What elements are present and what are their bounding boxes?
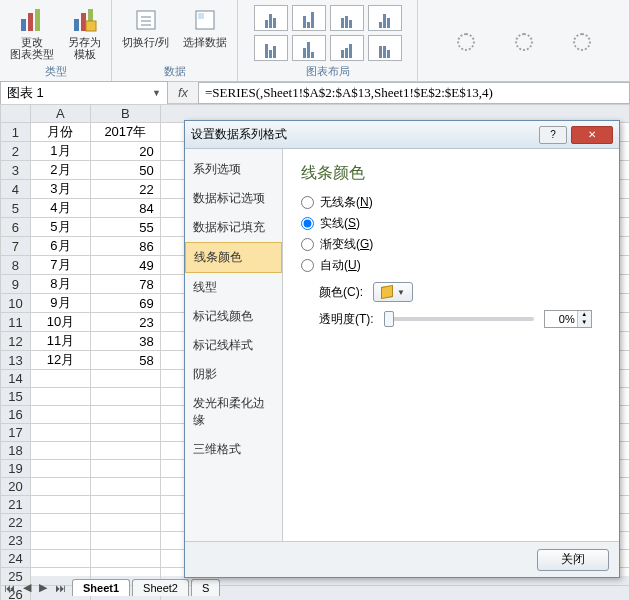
dialog-titlebar[interactable]: 设置数据系列格式 ? ✕: [185, 121, 619, 149]
row-header[interactable]: 18: [1, 442, 31, 460]
row-header[interactable]: 23: [1, 532, 31, 550]
col-header-B[interactable]: B: [90, 105, 160, 123]
dialog-nav-item[interactable]: 线型: [185, 273, 282, 302]
row-header[interactable]: 9: [1, 275, 31, 294]
row-header[interactable]: 24: [1, 550, 31, 568]
layout-thumb[interactable]: [368, 35, 402, 61]
dialog-close-button[interactable]: 关闭: [537, 549, 609, 571]
cell[interactable]: 38: [90, 332, 160, 351]
dialog-nav-item[interactable]: 系列选项: [185, 155, 282, 184]
row-header[interactable]: 17: [1, 424, 31, 442]
row-header[interactable]: 19: [1, 460, 31, 478]
tab-nav-prev[interactable]: ◀: [19, 579, 35, 596]
cell[interactable]: [30, 442, 90, 460]
switch-row-col-button[interactable]: 切换行/列: [118, 4, 173, 50]
dialog-nav-item[interactable]: 数据标记填充: [185, 213, 282, 242]
cell[interactable]: 69: [90, 294, 160, 313]
cell[interactable]: [90, 514, 160, 532]
row-header[interactable]: 14: [1, 370, 31, 388]
radio-no-line[interactable]: 无线条(N): [301, 194, 601, 211]
cell[interactable]: [90, 442, 160, 460]
cell[interactable]: [30, 460, 90, 478]
cell[interactable]: 11月: [30, 332, 90, 351]
formula-input[interactable]: =SERIES(,Sheet1!$A$2:$A$13,Sheet1!$E$2:$…: [198, 82, 630, 104]
tab-nav-first[interactable]: ⏮: [0, 580, 19, 596]
cell[interactable]: 2017年: [90, 123, 160, 142]
change-chart-type-button[interactable]: 更改 图表类型: [6, 4, 58, 62]
dialog-nav-item[interactable]: 阴影: [185, 360, 282, 389]
cell[interactable]: 84: [90, 199, 160, 218]
cell[interactable]: 12月: [30, 351, 90, 370]
dialog-nav-item[interactable]: 发光和柔化边缘: [185, 389, 282, 435]
sheet-tab[interactable]: S: [191, 579, 220, 596]
tab-nav-last[interactable]: ⏭: [51, 580, 70, 596]
transparency-slider[interactable]: [384, 317, 534, 321]
row-header[interactable]: 16: [1, 406, 31, 424]
cell[interactable]: [30, 424, 90, 442]
spin-down[interactable]: ▼: [577, 319, 591, 327]
radio-gradient-line[interactable]: 渐变线(G): [301, 236, 601, 253]
row-header[interactable]: 5: [1, 199, 31, 218]
select-all[interactable]: [1, 105, 31, 123]
cell[interactable]: 78: [90, 275, 160, 294]
dialog-nav-item[interactable]: 三维格式: [185, 435, 282, 464]
row-header[interactable]: 8: [1, 256, 31, 275]
layout-thumb[interactable]: [292, 5, 326, 31]
row-header[interactable]: 7: [1, 237, 31, 256]
cell[interactable]: [30, 406, 90, 424]
cell[interactable]: [90, 532, 160, 550]
cell[interactable]: [90, 550, 160, 568]
row-header[interactable]: 3: [1, 161, 31, 180]
cell[interactable]: [30, 496, 90, 514]
row-header[interactable]: 1: [1, 123, 31, 142]
cell[interactable]: [30, 550, 90, 568]
cell[interactable]: 20: [90, 142, 160, 161]
cell[interactable]: [90, 424, 160, 442]
cell[interactable]: 86: [90, 237, 160, 256]
row-header[interactable]: 22: [1, 514, 31, 532]
row-header[interactable]: 11: [1, 313, 31, 332]
layout-thumb[interactable]: [254, 5, 288, 31]
radio-auto-line[interactable]: 自动(U): [301, 257, 601, 274]
close-button[interactable]: ✕: [571, 126, 613, 144]
row-header[interactable]: 15: [1, 388, 31, 406]
dialog-nav-item[interactable]: 标记线样式: [185, 331, 282, 360]
cell[interactable]: 50: [90, 161, 160, 180]
transparency-input[interactable]: [545, 311, 577, 327]
dialog-nav-item[interactable]: 线条颜色: [185, 242, 282, 273]
cell[interactable]: 1月: [30, 142, 90, 161]
layout-thumb[interactable]: [368, 5, 402, 31]
row-header[interactable]: 10: [1, 294, 31, 313]
cell[interactable]: 22: [90, 180, 160, 199]
cell[interactable]: 55: [90, 218, 160, 237]
save-as-template-button[interactable]: 另存为 模板: [64, 4, 105, 62]
chevron-down-icon[interactable]: ▼: [152, 88, 161, 98]
row-header[interactable]: 2: [1, 142, 31, 161]
cell[interactable]: 2月: [30, 161, 90, 180]
row-header[interactable]: 21: [1, 496, 31, 514]
cell[interactable]: 6月: [30, 237, 90, 256]
spin-up[interactable]: ▲: [577, 311, 591, 319]
cell[interactable]: [90, 370, 160, 388]
cell[interactable]: 5月: [30, 218, 90, 237]
cell[interactable]: [30, 478, 90, 496]
cell[interactable]: 10月: [30, 313, 90, 332]
cell[interactable]: [90, 388, 160, 406]
chart-layout-gallery[interactable]: [253, 4, 403, 62]
cell[interactable]: 49: [90, 256, 160, 275]
slider-thumb[interactable]: [384, 311, 394, 327]
cell[interactable]: [30, 370, 90, 388]
row-header[interactable]: 4: [1, 180, 31, 199]
cell[interactable]: [30, 532, 90, 550]
col-header-A[interactable]: A: [30, 105, 90, 123]
layout-thumb[interactable]: [292, 35, 326, 61]
cell[interactable]: [90, 460, 160, 478]
sheet-tab[interactable]: Sheet2: [132, 579, 189, 596]
row-header[interactable]: 13: [1, 351, 31, 370]
layout-thumb[interactable]: [254, 35, 288, 61]
row-header[interactable]: 12: [1, 332, 31, 351]
dialog-nav-item[interactable]: 标记线颜色: [185, 302, 282, 331]
cell[interactable]: 9月: [30, 294, 90, 313]
cell[interactable]: [90, 496, 160, 514]
select-data-button[interactable]: 选择数据: [179, 4, 231, 50]
